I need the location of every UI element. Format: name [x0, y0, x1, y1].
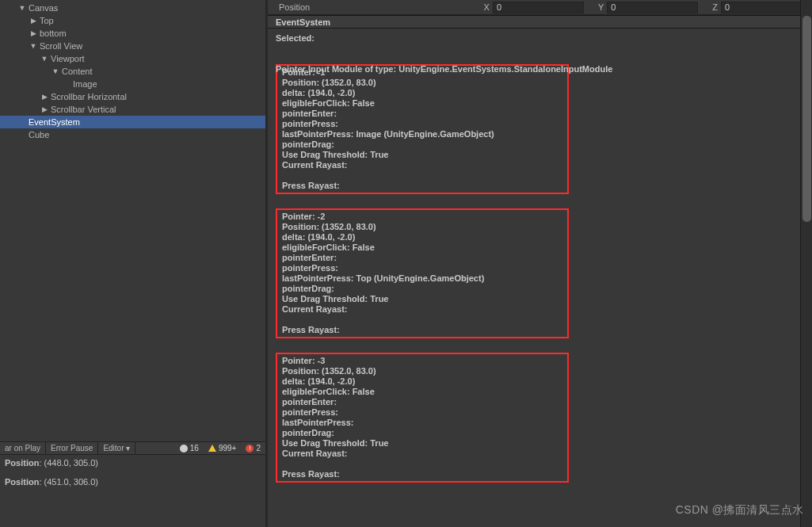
pointer-block--1: Pointer: -1Position: (1352.0, 83.0)delta…: [276, 64, 569, 194]
pointer-info-line: lastPointerPress:: [282, 418, 562, 428]
pointer-info-line: Position: (1352.0, 83.0): [282, 222, 562, 232]
hierarchy-item-label: EventSystem: [27, 116, 80, 128]
foldout-icon[interactable]: ▼: [40, 52, 49, 65]
console-panel: ar on Play Error Pause Editor ▾ 16 999+ …: [0, 441, 265, 527]
position-label: Position: [268, 2, 473, 12]
pointer-info-line: Use Drag Threshold: True: [282, 438, 562, 449]
pointer-info-line: Use Drag Threshold: True: [282, 294, 562, 304]
pointer-info-line: Press Rayast:: [282, 181, 562, 191]
pointer-info-line: lastPointerPress: Image (UnityEngine.Gam…: [282, 129, 562, 139]
pos-z-input[interactable]: [721, 2, 812, 13]
hierarchy-panel: ▼Canvas▶Top▶bottom▼Scroll View▼Viewport▼…: [0, 0, 265, 440]
warn-count-value: 999+: [219, 444, 237, 453]
clear-on-play-button[interactable]: ar on Play: [0, 442, 46, 454]
foldout-icon[interactable]: ▼: [29, 40, 38, 52]
pointer-info-line: pointerDrag:: [282, 284, 562, 294]
pos-y-input[interactable]: [607, 2, 698, 13]
hierarchy-item-scrollbar-vertical[interactable]: ▶Scrollbar Vertical: [0, 103, 265, 116]
pointer-info-line: pointerPress:: [282, 407, 562, 418]
hierarchy-item-eventsystem[interactable]: EventSystem: [0, 116, 265, 128]
pointer-info-line: Press Rayast:: [282, 469, 562, 479]
info-count[interactable]: 16: [175, 442, 204, 454]
pointer-info-line: delta: (194.0, -2.0): [282, 376, 562, 387]
hierarchy-item-label: Scrollbar Vertical: [49, 103, 116, 116]
hierarchy-item-canvas[interactable]: ▼Canvas: [0, 2, 265, 14]
hierarchy-item-cube[interactable]: Cube: [0, 128, 265, 141]
foldout-icon[interactable]: ▶: [29, 27, 38, 40]
warn-count[interactable]: 999+: [204, 442, 242, 454]
pointer-info-line: eligibleForClick: False: [282, 387, 562, 397]
hierarchy-item-label: Canvas: [27, 2, 58, 14]
pointer-info-line: eligibleForClick: False: [282, 98, 562, 109]
hierarchy-item-scroll-view[interactable]: ▼Scroll View: [0, 40, 265, 52]
pointer-info-line: delta: (194.0, -2.0): [282, 232, 562, 242]
hierarchy-item-label: Top: [38, 14, 54, 27]
console-log-line[interactable]: Position: (448.0, 305.0): [5, 458, 261, 468]
error-count-value: 2: [256, 444, 261, 453]
pointer-info-line: Pointer: -3: [282, 356, 562, 366]
hierarchy-item-label: Scrollbar Horizontal: [49, 90, 127, 103]
pointer-info-line: Press Rayast:: [282, 325, 562, 335]
console-log-line[interactable]: Position: (451.0, 306.0): [5, 477, 261, 487]
pointer-info-line: lastPointerPress: Top (UnityEngine.GameO…: [282, 273, 562, 284]
selected-label: Selected:: [276, 33, 315, 43]
pointer-info-line: pointerDrag:: [282, 428, 562, 438]
hierarchy-item-label: Image: [71, 78, 97, 90]
pointer-info-line: delta: (194.0, -2.0): [282, 88, 562, 98]
foldout-icon[interactable]: ▼: [17, 2, 27, 14]
pos-x-label: X: [484, 2, 490, 12]
hierarchy-item-bottom[interactable]: ▶bottom: [0, 27, 265, 40]
inspector-scrollbar-thumb[interactable]: [802, 16, 811, 222]
error-pause-button[interactable]: Error Pause: [46, 442, 98, 454]
error-icon: !: [246, 445, 254, 453]
pointer-info-line: Use Drag Threshold: True: [282, 150, 562, 160]
hierarchy-item-label: Scroll View: [38, 40, 82, 52]
pointer-info-line: pointerEnter:: [282, 397, 562, 407]
hierarchy-item-viewport[interactable]: ▼Viewport: [0, 52, 265, 65]
hierarchy-item-label: Content: [60, 65, 93, 78]
foldout-icon[interactable]: ▼: [51, 65, 60, 78]
pointer-info-line: pointerEnter:: [282, 253, 562, 263]
hierarchy-item-image[interactable]: Image: [0, 78, 265, 90]
error-count[interactable]: ! 2: [241, 442, 265, 454]
warn-icon: [208, 445, 216, 452]
hierarchy-item-label: bottom: [38, 27, 67, 40]
pointer-block--2: Pointer: -2Position: (1352.0, 83.0)delta…: [276, 208, 569, 338]
hierarchy-item-top[interactable]: ▶Top: [0, 14, 265, 27]
pointer-info-line: pointerPress:: [282, 119, 562, 129]
info-count-value: 16: [190, 444, 199, 453]
pointer-info-line: Position: (1352.0, 83.0): [282, 78, 562, 88]
pointer-info-line: pointerDrag:: [282, 139, 562, 150]
pointer-info-line: pointerEnter:: [282, 109, 562, 119]
pointer-info-line: Pointer: -2: [282, 212, 562, 222]
pointer-info-line: eligibleForClick: False: [282, 242, 562, 253]
pointer-info-line: Current Rayast:: [282, 449, 562, 459]
pos-y-label: Y: [598, 2, 604, 12]
hierarchy-item-content[interactable]: ▼Content: [0, 65, 265, 78]
pointer-info-line: Current Rayast:: [282, 160, 562, 170]
transform-position-row: Position X Y Z: [268, 0, 812, 15]
console-toolbar: ar on Play Error Pause Editor ▾ 16 999+ …: [0, 441, 265, 455]
info-icon: [180, 445, 188, 453]
inspector-scrollbar[interactable]: [800, 0, 812, 527]
pos-x-input[interactable]: [493, 2, 584, 13]
watermark: CSDN @拂面清风三点水: [676, 503, 804, 517]
pointer-block--3: Pointer: -3Position: (1352.0, 83.0)delta…: [276, 353, 569, 483]
hierarchy-item-scrollbar-horizontal[interactable]: ▶Scrollbar Horizontal: [0, 90, 265, 103]
pointer-info-line: Current Rayast:: [282, 304, 562, 315]
foldout-icon[interactable]: ▶: [40, 103, 49, 116]
pos-z-label: Z: [712, 2, 718, 12]
pointer-info-line: pointerPress:: [282, 263, 562, 273]
eventsystem-component-header[interactable]: EventSystem: [268, 15, 812, 29]
hierarchy-item-label: Viewport: [49, 52, 85, 65]
inspector-panel: Position X Y Z EventSystem Selected: Poi…: [268, 0, 812, 527]
editor-dropdown[interactable]: Editor ▾: [98, 442, 135, 454]
foldout-icon[interactable]: ▶: [29, 14, 38, 27]
foldout-icon[interactable]: ▶: [40, 90, 49, 103]
pointer-info-line: Position: (1352.0, 83.0): [282, 366, 562, 376]
hierarchy-item-label: Cube: [27, 128, 49, 141]
